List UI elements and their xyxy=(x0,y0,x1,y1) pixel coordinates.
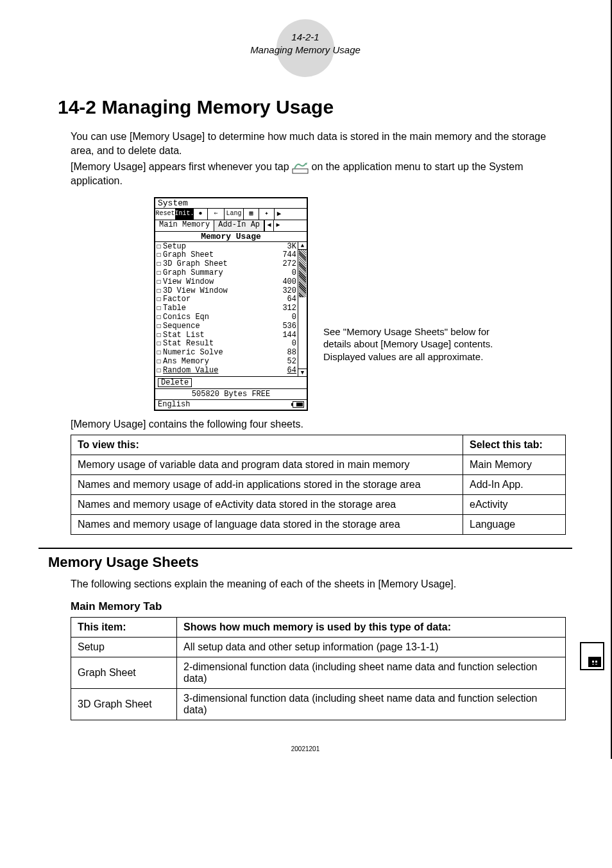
intro-para-1: You can use [Memory Usage] to determine … xyxy=(71,130,566,157)
badge-text: 14-2-1 Managing Memory Usage xyxy=(250,31,361,56)
system-app-icon xyxy=(292,161,309,174)
calc-toolbar: Reset Init. ● ⇐ Lang ▦ ✦ ▶ xyxy=(155,209,307,220)
table-row: Names and memory usage of language data … xyxy=(71,515,566,535)
toolbar-back-button[interactable]: ⇐ xyxy=(208,209,225,220)
tab-scroll-left[interactable]: ◀ xyxy=(264,220,273,231)
sheets-intro: [Memory Usage] contains the following fo… xyxy=(71,417,566,431)
toolbar-more-arrow[interactable]: ▶ xyxy=(275,209,284,220)
delete-button[interactable]: Delete xyxy=(158,378,192,387)
intro-para-2: [Memory Usage] appears first whenever yo… xyxy=(71,160,566,187)
list-item[interactable]: ☐Table312 xyxy=(157,304,296,313)
page-header-badge: 14-2-1 Managing Memory Usage xyxy=(38,13,572,77)
tab-scroll-right[interactable]: ▶ xyxy=(273,220,282,231)
calculator-screenshot: System Reset Init. ● ⇐ Lang ▦ ✦ ▶ Main M… xyxy=(154,197,308,411)
scroll-up-icon[interactable]: ▲ xyxy=(298,242,307,250)
list-item[interactable]: ☐3D Graph Sheet272 xyxy=(157,260,296,269)
calc-subheader: Memory Usage xyxy=(155,232,307,242)
list-item[interactable]: ☐Conics Eqn0 xyxy=(157,313,296,322)
svg-rect-0 xyxy=(293,169,308,173)
toolbar-contrast-button[interactable]: ● xyxy=(194,209,208,220)
list-item[interactable]: ☐Random Value64 xyxy=(157,367,296,376)
scroll-track[interactable] xyxy=(298,250,307,369)
list-item[interactable]: ☐Stat List144 xyxy=(157,331,296,340)
sheets-table: To view this: Select this tab: Memory us… xyxy=(71,435,566,535)
table-row: Memory usage of variable data and progra… xyxy=(71,455,566,475)
battery-icon xyxy=(293,401,304,408)
status-language: English xyxy=(158,401,190,408)
table-row: Setup All setup data and other setup inf… xyxy=(71,637,566,657)
toolbar-misc-button[interactable]: ✦ xyxy=(259,209,275,220)
page-nav-icon[interactable] xyxy=(580,642,604,670)
list-item[interactable]: ☐Stat Result0 xyxy=(157,340,296,349)
toolbar-init-button[interactable]: Init. xyxy=(176,209,194,220)
list-item[interactable]: ☐View Window400 xyxy=(157,278,296,287)
list-item[interactable]: ☐Setup3K xyxy=(157,243,296,252)
badge-number: 14-2-1 xyxy=(250,31,361,44)
keypad-icon xyxy=(588,657,601,667)
badge-title: Managing Memory Usage xyxy=(250,44,361,56)
list-item[interactable]: ☐Numeric Solve88 xyxy=(157,349,296,358)
list-item[interactable]: ☐Graph Sheet744 xyxy=(157,251,296,260)
section-title: 14-2 Managing Memory Usage xyxy=(58,96,572,118)
memory-item-list: ☐Setup3K ☐Graph Sheet744 ☐3D Graph Sheet… xyxy=(155,242,298,376)
toolbar-lang-button[interactable]: Lang xyxy=(225,209,244,220)
toolbar-keyboard-button[interactable]: ▦ xyxy=(244,209,259,220)
sheets-table-h1: To view this: xyxy=(71,435,463,455)
toolbar-reset-button[interactable]: Reset xyxy=(155,209,176,220)
list-item[interactable]: ☐Ans Memory52 xyxy=(157,358,296,367)
list-item[interactable]: ☐3D View Window320 xyxy=(157,287,296,296)
calc-scrollbar[interactable]: ▲ ▼ xyxy=(298,242,307,376)
scroll-down-icon[interactable]: ▼ xyxy=(298,369,307,376)
mm-table-h2: Shows how much memory is used by this ty… xyxy=(177,617,566,637)
tab-main-memory[interactable]: Main Memory xyxy=(155,220,214,231)
table-row: 3D Graph Sheet 3-dimensional function da… xyxy=(71,688,566,720)
mm-table-h1: This item: xyxy=(71,617,177,637)
subsection-intro: The following sections explain the meani… xyxy=(71,577,566,591)
sheets-table-h2: Select this tab: xyxy=(463,435,566,455)
page-footer-code: 20021201 xyxy=(0,745,611,752)
bytes-free-label: 505820 Bytes FREE xyxy=(155,388,307,399)
caption-line-2: Displayed values are all approximate. xyxy=(323,351,516,363)
table-row: Graph Sheet 2-dimensional function data … xyxy=(71,657,566,688)
calc-window-title: System xyxy=(155,198,307,209)
main-memory-table: This item: Shows how much memory is used… xyxy=(71,617,566,720)
list-item[interactable]: ☐Graph Summary0 xyxy=(157,269,296,278)
list-item[interactable]: ☐Sequence536 xyxy=(157,322,296,331)
tab-add-in-app[interactable]: Add-In Ap xyxy=(214,220,264,231)
table-row: Names and memory usage of eActivity data… xyxy=(71,495,566,515)
calc-status-bar: English xyxy=(155,399,307,410)
main-memory-tab-heading: Main Memory Tab xyxy=(71,600,566,613)
screenshot-caption: See "Memory Usage Sheets" below for deta… xyxy=(323,326,516,363)
table-row: Names and memory usage of add-in applica… xyxy=(71,475,566,495)
scroll-thumb[interactable] xyxy=(299,250,306,297)
subsection-heading: Memory Usage Sheets xyxy=(48,554,572,571)
calc-tab-bar: Main Memory Add-In Ap ◀ ▶ xyxy=(155,220,307,232)
intro-p2a: [Memory Usage] appears first whenever yo… xyxy=(71,161,292,172)
caption-line-1: See "Memory Usage Sheets" below for deta… xyxy=(323,326,516,351)
list-item[interactable]: ☐Factor64 xyxy=(157,295,296,304)
section-divider xyxy=(38,548,572,549)
